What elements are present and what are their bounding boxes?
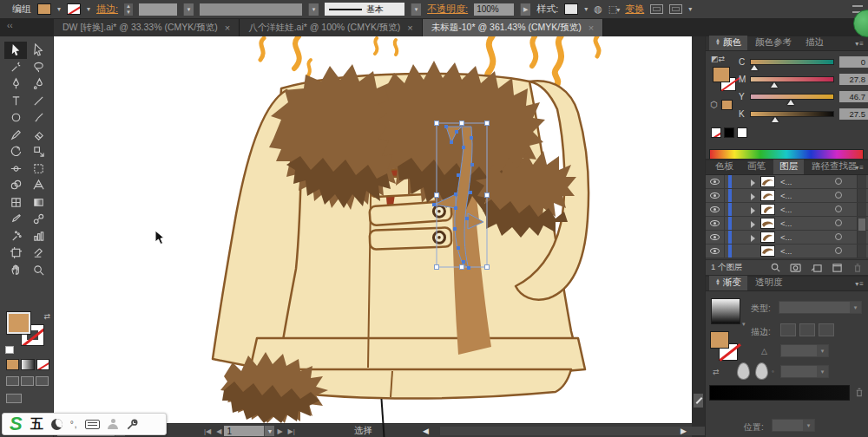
fill-indicator[interactable] <box>7 312 30 334</box>
gradient-fill-proxy[interactable] <box>710 331 729 349</box>
style-dropdown-icon[interactable]: ▾ <box>584 5 588 13</box>
eyedropper-tool[interactable] <box>4 211 27 228</box>
doc-tab-3-close-icon[interactable]: × <box>589 23 594 33</box>
new-sublayer-icon[interactable] <box>811 263 823 273</box>
gradient-stop-swatch[interactable] <box>737 362 750 380</box>
black-swatch[interactable] <box>724 127 734 138</box>
layer-row[interactable]: <... <box>706 217 868 231</box>
layer-thumbnail[interactable] <box>760 176 775 187</box>
doc-tab-2[interactable]: 八个洋娃娃.ai* @ 100% (CMYK/预览) × <box>240 19 423 36</box>
stroke-weight-link[interactable]: 描边: <box>96 3 118 16</box>
out-of-gamut-cube-icon[interactable]: ⬡ <box>710 100 718 109</box>
tab-color-guide[interactable]: 颜色参考 <box>749 36 798 50</box>
color-mode-button[interactable] <box>6 359 19 370</box>
value-y[interactable]: 46.7 <box>839 91 868 102</box>
reverse-gradient-icon[interactable]: ⇄ <box>713 368 720 376</box>
brush-dropdown[interactable]: ▾ <box>411 3 421 16</box>
column-graph-tool[interactable] <box>27 228 49 245</box>
target-circle-icon[interactable] <box>835 247 842 254</box>
hscroll-right-arrow[interactable]: ▶ <box>681 425 687 437</box>
stroke-across-button[interactable] <box>819 323 834 336</box>
slider-y[interactable] <box>750 94 834 100</box>
gradient-square-dropdown[interactable]: ▾ <box>742 321 746 328</box>
slice-tool[interactable] <box>27 245 49 262</box>
ime-toolbar[interactable]: S 五 °, <box>2 413 167 435</box>
layer-thumbnail[interactable] <box>760 190 775 201</box>
layer-name[interactable]: <... <box>780 177 792 186</box>
target-circle-icon[interactable] <box>835 219 842 226</box>
locate-object-icon[interactable] <box>770 262 781 273</box>
hand-tool[interactable] <box>4 262 27 279</box>
doc-tab-1[interactable]: DW [转换].ai* @ 33.33% (CMYK/预览) × <box>54 19 240 36</box>
opacity-dropdown[interactable]: ▶ <box>520 3 530 16</box>
visibility-eye-icon[interactable] <box>710 248 720 254</box>
swap-fill-stroke-icon[interactable]: ⇄ <box>43 312 50 321</box>
direct-selection-tool[interactable] <box>27 42 49 59</box>
draw-inside-button[interactable] <box>36 376 49 386</box>
shape-tool[interactable] <box>4 109 27 127</box>
selection-tool[interactable] <box>4 42 27 59</box>
horizontal-scrollbar[interactable] <box>440 427 731 435</box>
stroke-within-button[interactable] <box>780 323 796 336</box>
slider-c[interactable] <box>750 59 834 65</box>
color-swap-icon[interactable]: ◩⇄ <box>711 55 725 63</box>
artboard-tool[interactable] <box>4 245 27 262</box>
recolor-artwork-icon[interactable]: ◍ <box>594 3 602 15</box>
eraser-tool[interactable] <box>27 127 49 144</box>
variable-width-profile-field[interactable] <box>200 3 302 16</box>
visibility-eye-icon[interactable] <box>710 234 720 240</box>
opacity-link[interactable]: 不透明度: <box>427 3 468 16</box>
expand-triangle-icon[interactable] <box>751 235 755 242</box>
gradient-type-dropdown[interactable]: ▾ <box>779 301 862 314</box>
expand-triangle-icon[interactable] <box>751 207 755 214</box>
panel-collapse-icon[interactable]: ▲▼ <box>715 278 721 285</box>
layer-row[interactable]: <... <box>706 175 868 189</box>
gradient-angle-field[interactable]: ▾ <box>780 344 829 357</box>
none-mode-button[interactable] <box>36 359 49 370</box>
draw-normal-button[interactable] <box>6 376 19 386</box>
layer-name[interactable]: <... <box>780 246 792 256</box>
fill-dropdown-icon[interactable]: ▾ <box>57 5 61 13</box>
white-swatch[interactable] <box>737 127 747 138</box>
select-similar-icon[interactable]: ⬚▾ <box>608 3 619 15</box>
blend-tool[interactable] <box>27 211 49 228</box>
transform-link[interactable]: 变换 <box>625 3 644 16</box>
symbol-sprayer-tool[interactable] <box>4 228 27 245</box>
full-half-moon-icon[interactable] <box>51 419 62 430</box>
target-circle-icon[interactable] <box>835 205 842 212</box>
punctuation-icon[interactable]: °, <box>70 420 78 429</box>
value-c[interactable]: 0 <box>839 56 868 68</box>
location-field[interactable]: ▾ <box>772 419 815 432</box>
target-circle-icon[interactable] <box>835 233 842 240</box>
delete-layer-icon[interactable] <box>852 263 863 273</box>
stroke-dropdown-icon[interactable]: ▾ <box>87 5 90 13</box>
sogou-logo[interactable]: S <box>10 415 23 433</box>
perspective-grid-tool[interactable] <box>27 177 49 194</box>
tab-layers[interactable]: 图层 <box>773 160 804 174</box>
gradient-stop-swatch[interactable] <box>755 362 768 380</box>
color-panel-menu-icon[interactable]: ▾≡ <box>855 40 865 48</box>
stroke-along-button[interactable] <box>799 323 815 336</box>
target-circle-icon[interactable] <box>835 178 842 185</box>
gradient-opacity-field[interactable]: ▾ <box>780 365 829 378</box>
screen-mode-button[interactable] <box>6 394 22 403</box>
artboard-canvas[interactable] <box>54 36 692 423</box>
gradient-slider-bar[interactable] <box>709 385 850 401</box>
visibility-eye-icon[interactable] <box>710 192 720 199</box>
tools-collapse-icon[interactable]: ‹‹ <box>0 19 54 36</box>
layers-panel-menu-icon[interactable]: ▾≡ <box>855 164 865 172</box>
expand-triangle-icon[interactable] <box>751 193 755 200</box>
in-gamut-swatch[interactable] <box>721 100 733 110</box>
tab-brushes[interactable]: 画笔 <box>741 160 772 174</box>
lasso-tool[interactable] <box>27 59 49 76</box>
ime-mode-label[interactable]: 五 <box>30 416 43 433</box>
type-tool[interactable] <box>4 93 27 110</box>
slider-k-thumb[interactable] <box>772 117 779 122</box>
slider-k[interactable] <box>750 111 834 117</box>
stroke-weight-dropdown[interactable]: ▾ <box>183 3 194 16</box>
opacity-field[interactable]: 100% <box>474 3 514 16</box>
default-fill-stroke-icon[interactable] <box>5 346 14 354</box>
stroke-weight-field[interactable] <box>139 3 177 16</box>
distribute-icon[interactable] <box>669 4 682 14</box>
layer-name[interactable]: <... <box>780 218 792 228</box>
